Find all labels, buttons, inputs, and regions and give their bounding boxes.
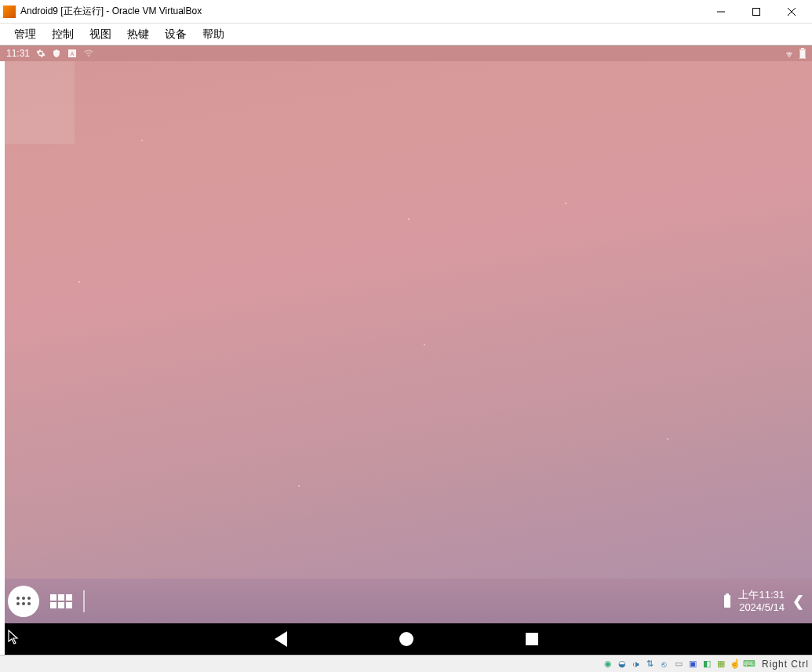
dock-date: 2024/5/14 [738, 601, 785, 614]
audio-icon[interactable]: 🕩 [630, 658, 643, 670]
shared-folder-icon[interactable]: ▭ [672, 658, 685, 670]
cursor-icon [8, 630, 20, 648]
particle [298, 485, 300, 487]
menu-devices[interactable]: 设备 [157, 24, 195, 45]
maximize-button[interactable] [738, 1, 774, 23]
virtualbox-window: Android9 [正在运行] - Oracle VM VirtualBox 管… [0, 0, 812, 672]
square-a-icon: A [67, 49, 77, 58]
display-icon[interactable]: ▣ [686, 658, 699, 670]
shield-icon [52, 49, 61, 58]
home-circle-icon [399, 632, 413, 646]
dock-separator [83, 590, 85, 612]
particle [141, 140, 143, 141]
titlebar: Android9 [正在运行] - Oracle VM VirtualBox [0, 0, 812, 24]
menu-help[interactable]: 帮助 [195, 24, 232, 45]
nav-back-button[interactable] [273, 631, 289, 647]
optical-icon[interactable]: ◒ [616, 658, 628, 670]
recording-icon[interactable]: ◧ [701, 658, 713, 670]
dock-right: 上午11:31 2024/5/14 ❮ [724, 589, 804, 613]
dots-icon [16, 597, 31, 605]
recent-square-icon [526, 633, 538, 645]
particle [408, 218, 410, 220]
left-frame-edge [0, 46, 5, 655]
statusbar-right [784, 48, 806, 59]
statusbar-time: 11:31 [6, 48, 30, 59]
particle [424, 344, 425, 345]
usb-icon[interactable]: ⎋ [658, 658, 671, 670]
vm-display: 11:31 A [0, 46, 812, 655]
android-screen[interactable]: 11:31 A [0, 46, 812, 655]
mouse-integration-icon[interactable]: ☝ [729, 658, 741, 670]
android-wallpaper[interactable] [0, 46, 812, 579]
virtualbox-statusbar: ◉ ◒ 🕩 ⇅ ⎋ ▭ ▣ ◧ ▦ ☝ ⌨ Right Ctrl [0, 655, 812, 672]
android-dock: 上午11:31 2024/5/14 ❮ [0, 579, 812, 623]
dock-battery-icon [724, 595, 730, 608]
window-title: Android9 [正在运行] - Oracle VM VirtualBox [20, 5, 703, 18]
dock-clock[interactable]: 上午11:31 2024/5/14 [738, 589, 785, 613]
keyboard-icon[interactable]: ⌨ [743, 658, 756, 670]
menu-view[interactable]: 视图 [82, 24, 119, 45]
back-triangle-icon [275, 631, 287, 647]
svg-rect-8 [800, 50, 805, 58]
battery-icon [799, 48, 806, 59]
menu-hotkey[interactable]: 热键 [119, 24, 157, 45]
nav-recent-button[interactable] [524, 631, 540, 647]
cpu-icon[interactable]: ▦ [715, 658, 727, 670]
wifi-dim-icon [83, 49, 94, 58]
wifi-outline-icon [784, 49, 795, 58]
widget-placeholder[interactable] [0, 61, 75, 144]
menu-control[interactable]: 控制 [44, 24, 82, 45]
grid-apps-button[interactable] [50, 594, 72, 608]
harddisk-icon[interactable]: ◉ [602, 658, 614, 670]
window-controls [703, 1, 809, 23]
host-key-label: Right Ctrl [762, 659, 809, 670]
svg-text:A: A [71, 51, 75, 57]
particle [565, 203, 566, 204]
network-icon[interactable]: ⇅ [644, 658, 657, 670]
svg-rect-1 [752, 8, 759, 15]
dock-time: 上午11:31 [738, 589, 785, 601]
android-statusbar[interactable]: 11:31 A [0, 46, 812, 61]
close-button[interactable] [774, 1, 809, 23]
menubar: 管理 控制 视图 热键 设备 帮助 [0, 24, 812, 46]
virtualbox-icon [3, 5, 16, 18]
particle [667, 438, 668, 440]
particle [78, 281, 80, 283]
statusbar-left: 11:31 A [6, 48, 94, 59]
dock-expand-button[interactable]: ❮ [792, 593, 804, 610]
app-drawer-button[interactable] [8, 586, 39, 617]
nav-home-button[interactable] [399, 631, 414, 647]
android-navbar [0, 623, 812, 655]
gear-icon [36, 49, 46, 58]
minimize-button[interactable] [703, 1, 738, 23]
menu-manage[interactable]: 管理 [6, 24, 44, 45]
